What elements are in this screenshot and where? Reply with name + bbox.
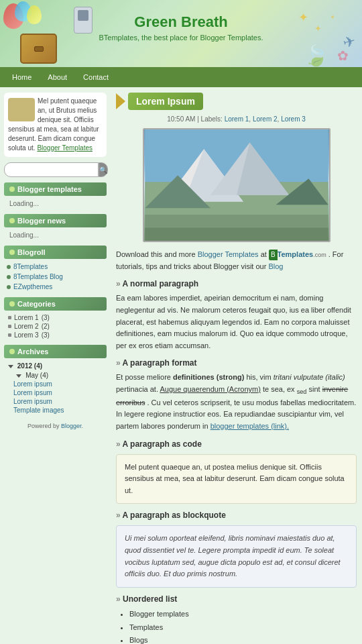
archive-post-2[interactable]: Lorem ipsum [4, 388, 107, 397]
label-lorem1[interactable]: Lorem 1 [225, 115, 249, 123]
blogger-templates-loading: Loading... [4, 199, 107, 209]
nav-contact[interactable]: Contact [76, 70, 115, 84]
list-item: 8Templates Blog [4, 272, 107, 282]
blogger-news-title: Blogger news [17, 217, 66, 225]
site-subtitle: BTemplates, the best place for Blogger T… [99, 34, 263, 42]
blogroll-link-8templates-blog[interactable]: 8Templates Blog [13, 273, 63, 280]
archive-post-3[interactable]: Lorem ipsum [4, 397, 107, 406]
p2-sub: sed [297, 388, 307, 395]
list-item: Lorem 3 (3) [4, 331, 107, 339]
main-content: Lorem Ipsum 10:50 AM | Labels: Lorem 1, … [111, 87, 362, 644]
p2-underline: Augue quaerendum (Acronym) [160, 385, 260, 393]
powered-text: Powered by [27, 423, 61, 429]
nav-about[interactable]: About [41, 70, 74, 84]
list-item: Lorem 2 (2) [4, 322, 107, 331]
powered-dot: . [82, 423, 84, 429]
post-meta: 10:50 AM | Labels: Lorem 1, Lorem 2, Lor… [116, 115, 357, 123]
category-lorem1[interactable]: Lorem 1 [14, 314, 39, 321]
flower-deco: ✿ [337, 48, 349, 64]
bt-text: Templates [278, 249, 314, 261]
section-heading-5: Unordered list [116, 594, 357, 604]
section-heading-1: A normal paragraph [116, 279, 357, 288]
category-count1: (3) [42, 314, 50, 321]
page-layout: Mel putent quaeque an, ut Brutus melius … [0, 87, 362, 644]
bullet-icon [7, 265, 11, 269]
archives-header: Archives [4, 345, 107, 358]
blogroll-title: Blogroll [17, 248, 46, 256]
archives-title: Archives [17, 347, 48, 356]
nav-bar: Home About Contact [0, 67, 362, 87]
blogger-templates-header: Blogger templates [4, 182, 107, 196]
triangle-down-icon [8, 365, 13, 368]
blogroll-link-ezwpthemes[interactable]: EZwpthemes [13, 283, 52, 290]
device-icon [74, 7, 93, 34]
p2-text5: sint [309, 385, 322, 393]
category-count3: (3) [42, 331, 50, 339]
blogroll-list: 8Templates 8Templates Blog EZwpthemes [4, 262, 107, 292]
archive-year-2012[interactable]: 2012 (4) [4, 361, 107, 371]
star-deco: ✦ [298, 10, 308, 25]
p2-strong: definitiones (strong) [173, 373, 244, 381]
blogroll-section: Blogroll 8Templates 8Templates Blog EZwp… [4, 246, 107, 292]
code-block: Mel putent quaeque an, ut postea melius … [116, 454, 357, 504]
categories-header: Categories [4, 297, 107, 311]
blogroll-header: Blogroll [4, 246, 107, 259]
nav-home[interactable]: Home [5, 70, 38, 84]
paragraph-2: Et posse meliore definitiones (strong) h… [116, 372, 357, 432]
sidebar: Mel putent quaeque an, ut Brutus melius … [0, 87, 111, 644]
search-input[interactable] [4, 162, 99, 177]
archive-month-may[interactable]: May (4) [4, 371, 107, 380]
cat-bullet [8, 333, 11, 337]
section-heading-3: A paragraph as code [116, 439, 357, 449]
section-heading-2: A paragraph format [116, 358, 357, 368]
post-time: 10:50 AM [167, 115, 195, 123]
section-dot2 [9, 218, 15, 223]
list-item: Blogs [129, 634, 357, 644]
categories-list: Lorem 1 (3) Lorem 2 (2) Lorem 3 (3) [4, 313, 107, 339]
p2-text1: Et posse meliore [116, 373, 173, 381]
category-lorem3[interactable]: Lorem 3 [14, 331, 39, 339]
search-button[interactable]: 🔍 [99, 162, 108, 177]
welcome-link[interactable]: Blogger Templates [37, 144, 93, 152]
blogger-templates-section: Blogger templates Loading... [4, 182, 107, 209]
labels-prefix: Labels: [201, 115, 223, 123]
p2-italic: tritani vulputate (italic) [274, 373, 345, 381]
paragraph-1: Ea eam labores imperdiet, apeirian democ… [116, 292, 357, 352]
title-arrow-icon [116, 93, 125, 109]
at-text: at [261, 250, 269, 258]
site-title: Green Breath [134, 13, 227, 31]
list-item: 8Templates [4, 262, 107, 272]
category-count2: (2) [42, 323, 50, 330]
blogger-templates-link[interactable]: Blogger Templates [198, 250, 259, 258]
section-dot4 [9, 301, 15, 307]
archives-section: Archives 2012 (4) May (4) Lorem ipsum Lo… [4, 345, 107, 415]
categories-title: Categories [17, 300, 56, 308]
label-lorem3[interactable]: Lorem 3 [281, 115, 306, 123]
section-dot5 [9, 349, 15, 354]
archive-post-4[interactable]: Template images [4, 406, 107, 415]
categories-section: Categories Lorem 1 (3) Lorem 2 (2) Lorem… [4, 297, 107, 339]
search-widget: 🔍 [4, 162, 107, 177]
archive-post-1[interactable]: Lorem ipsum [4, 380, 107, 388]
welcome-widget: Mel putent quaeque an, ut Brutus melius … [4, 93, 107, 157]
blockquote-block: Ui mei solum oporteat eleifend, libris n… [116, 525, 357, 587]
bt-com: .com [313, 250, 326, 260]
post-header: Lorem Ipsum [116, 93, 357, 110]
blog-link[interactable]: Blog [268, 262, 283, 270]
bullet-icon [7, 275, 11, 279]
blogger-news-header: Blogger news [4, 214, 107, 227]
blogger-news-loading: Loading... [4, 230, 107, 240]
post-download-text: Download this and more Blogger Templates… [116, 249, 357, 272]
blogroll-link-8templates[interactable]: 8Templates [13, 263, 48, 270]
list-item: Templates [129, 621, 357, 635]
label-lorem2[interactable]: Lorem 2 [253, 115, 278, 123]
leaf-deco: 🍃 [304, 44, 328, 67]
blogger-link[interactable]: Blogger [61, 423, 82, 429]
category-lorem2[interactable]: Lorem 2 [14, 323, 39, 330]
blogger-news-section: Blogger news Loading... [4, 214, 107, 240]
p2-link[interactable]: blogger templates (link). [210, 422, 289, 430]
star-deco2: ✦ [314, 23, 322, 34]
post-title: Lorem Ipsum [128, 93, 203, 110]
powered-by: Powered by Blogger. [4, 420, 107, 432]
list-item: Blogger templates [129, 608, 357, 621]
